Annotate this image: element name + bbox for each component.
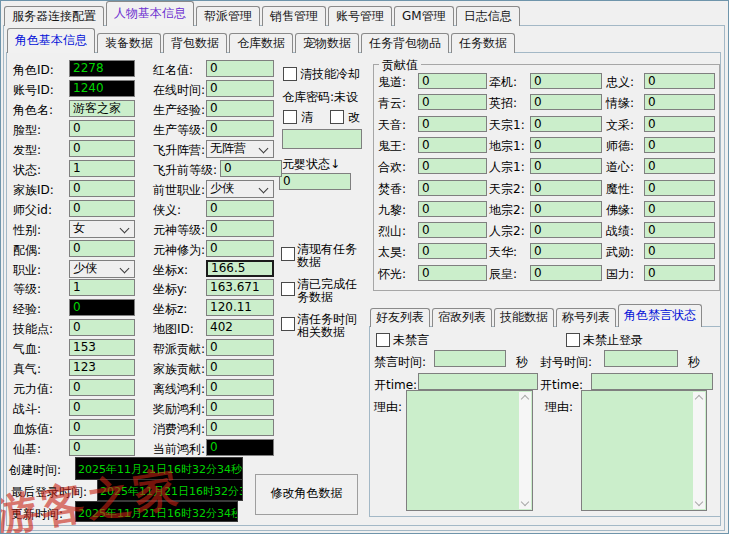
scroll-up-icon[interactable] bbox=[695, 395, 703, 403]
scroll-up-icon[interactable] bbox=[521, 395, 529, 403]
change-password-checkbox[interactable] bbox=[330, 110, 344, 124]
field-input[interactable]: 0 bbox=[206, 60, 274, 77]
field-input[interactable]: 153 bbox=[69, 339, 135, 356]
contrib-input[interactable]: 0 bbox=[530, 265, 602, 281]
contrib-input[interactable]: 0 bbox=[530, 243, 602, 259]
field-dropdown[interactable]: 少侠 bbox=[69, 260, 135, 278]
tab-warehouse-data[interactable]: 仓库数据 bbox=[229, 33, 293, 53]
ban-time-input[interactable] bbox=[604, 350, 678, 367]
field-input[interactable]: 0 bbox=[69, 200, 135, 217]
tab-char-basic-info[interactable]: 角色基本信息 bbox=[7, 28, 95, 53]
field-input[interactable]: 0 bbox=[69, 399, 135, 416]
task-clear-checkbox[interactable] bbox=[281, 282, 295, 296]
contrib-input[interactable]: 0 bbox=[418, 158, 487, 174]
field-input[interactable]: 123 bbox=[69, 359, 135, 376]
field-input[interactable]: 0 bbox=[69, 240, 135, 257]
scroll-down-icon[interactable] bbox=[695, 498, 703, 506]
field-input[interactable]: 0 bbox=[206, 339, 274, 356]
contrib-input[interactable]: 0 bbox=[644, 265, 715, 281]
contrib-input[interactable]: 0 bbox=[418, 94, 487, 110]
field-input[interactable]: 0 bbox=[206, 439, 274, 456]
tab-skills-data[interactable]: 技能数据 bbox=[494, 308, 554, 327]
field-input[interactable]: 0 bbox=[220, 160, 282, 177]
contrib-input[interactable]: 0 bbox=[644, 180, 715, 196]
contrib-input[interactable]: 0 bbox=[418, 137, 487, 153]
not-muted-checkbox[interactable] bbox=[376, 333, 390, 347]
contrib-input[interactable]: 0 bbox=[418, 243, 487, 259]
contrib-input[interactable]: 0 bbox=[530, 137, 602, 153]
contrib-input[interactable]: 0 bbox=[530, 94, 602, 110]
contrib-input[interactable]: 0 bbox=[418, 180, 487, 196]
field-input[interactable]: 0 bbox=[69, 419, 135, 436]
tab-rivals-list[interactable]: 宿敌列表 bbox=[432, 308, 492, 327]
contrib-input[interactable]: 0 bbox=[418, 73, 487, 89]
ban-reason-textarea[interactable] bbox=[581, 390, 707, 511]
ban-start-time-input[interactable] bbox=[591, 373, 713, 390]
contrib-input[interactable]: 0 bbox=[644, 73, 715, 89]
tab-log-info[interactable]: 日志信息 bbox=[456, 6, 520, 26]
field-input[interactable]: 0 bbox=[206, 379, 274, 396]
field-input[interactable]: 120.11 bbox=[206, 299, 274, 316]
field-input[interactable]: 游客之家 bbox=[69, 100, 135, 117]
tab-friends-list[interactable]: 好友列表 bbox=[370, 308, 430, 327]
tab-sales-mgmt[interactable]: 销售管理 bbox=[262, 6, 326, 26]
field-input[interactable]: 0 bbox=[206, 100, 274, 117]
field-input[interactable]: 0 bbox=[69, 319, 135, 336]
field-input[interactable]: 1240 bbox=[69, 80, 135, 97]
contrib-input[interactable]: 0 bbox=[530, 222, 602, 238]
field-input[interactable]: 0 bbox=[206, 120, 274, 137]
field-input[interactable]: 0 bbox=[206, 399, 274, 416]
task-clear-checkbox[interactable] bbox=[281, 247, 295, 261]
field-dropdown[interactable]: 无阵营 bbox=[206, 140, 274, 158]
contrib-input[interactable]: 0 bbox=[530, 158, 602, 174]
field-input[interactable]: 1 bbox=[69, 279, 135, 296]
field-input[interactable]: 163.671 bbox=[206, 279, 274, 296]
field-input[interactable]: 0 bbox=[206, 200, 274, 217]
yuanying-status-input[interactable]: 0 bbox=[279, 173, 351, 190]
mute-start-time-input[interactable] bbox=[418, 373, 538, 390]
warehouse-password-input[interactable] bbox=[282, 129, 362, 149]
field-input[interactable]: 0 bbox=[69, 140, 135, 157]
tab-task-data[interactable]: 任务数据 bbox=[451, 33, 515, 53]
contrib-input[interactable]: 0 bbox=[530, 180, 602, 196]
contrib-input[interactable]: 0 bbox=[644, 137, 715, 153]
field-dropdown[interactable]: 少侠 bbox=[206, 180, 274, 198]
tab-account-mgmt[interactable]: 账号管理 bbox=[328, 6, 392, 26]
field-input[interactable]: 0 bbox=[206, 240, 274, 257]
field-input[interactable]: 1 bbox=[69, 160, 135, 177]
contrib-input[interactable]: 0 bbox=[418, 201, 487, 217]
contrib-input[interactable]: 0 bbox=[530, 73, 602, 89]
contrib-input[interactable]: 0 bbox=[644, 222, 715, 238]
mute-reason-textarea[interactable] bbox=[406, 390, 533, 511]
clear-password-checkbox[interactable] bbox=[283, 110, 297, 124]
field-dropdown[interactable]: 女 bbox=[69, 220, 135, 238]
tab-ban-status[interactable]: 角色禁言状态 bbox=[618, 304, 702, 327]
field-input[interactable]: 2278 bbox=[69, 60, 135, 77]
field-input[interactable]: 0 bbox=[69, 379, 135, 396]
field-input[interactable]: 0 bbox=[69, 299, 135, 316]
tab-gm-mgmt[interactable]: GM管理 bbox=[394, 6, 454, 26]
field-input[interactable]: 0 bbox=[206, 80, 274, 97]
field-input[interactable]: 166.5 bbox=[206, 260, 274, 277]
textarea-scrollbar[interactable] bbox=[693, 392, 705, 509]
contrib-input[interactable]: 0 bbox=[644, 158, 715, 174]
tab-pet-data[interactable]: 宠物数据 bbox=[295, 33, 359, 53]
task-clear-checkbox[interactable] bbox=[281, 317, 295, 331]
contrib-input[interactable]: 0 bbox=[644, 243, 715, 259]
field-input[interactable]: 0 bbox=[69, 439, 135, 456]
tab-guild-mgmt[interactable]: 帮派管理 bbox=[196, 6, 260, 26]
modify-character-button[interactable]: 修改角色数据 bbox=[255, 474, 358, 515]
mute-time-input[interactable] bbox=[434, 350, 506, 367]
field-input[interactable]: 0 bbox=[206, 359, 274, 376]
field-input[interactable]: 0 bbox=[206, 419, 274, 436]
field-input[interactable]: 0 bbox=[206, 220, 274, 237]
field-input[interactable]: 0 bbox=[69, 120, 135, 137]
contrib-input[interactable]: 0 bbox=[644, 201, 715, 217]
contrib-input[interactable]: 0 bbox=[530, 201, 602, 217]
tab-titles-list[interactable]: 称号列表 bbox=[556, 308, 616, 327]
not-login-banned-checkbox[interactable] bbox=[566, 333, 580, 347]
tab-character-info[interactable]: 人物基本信息 bbox=[106, 1, 194, 26]
contrib-input[interactable]: 0 bbox=[644, 94, 715, 110]
contrib-input[interactable]: 0 bbox=[418, 222, 487, 238]
tab-equipment-data[interactable]: 装备数据 bbox=[97, 33, 161, 53]
